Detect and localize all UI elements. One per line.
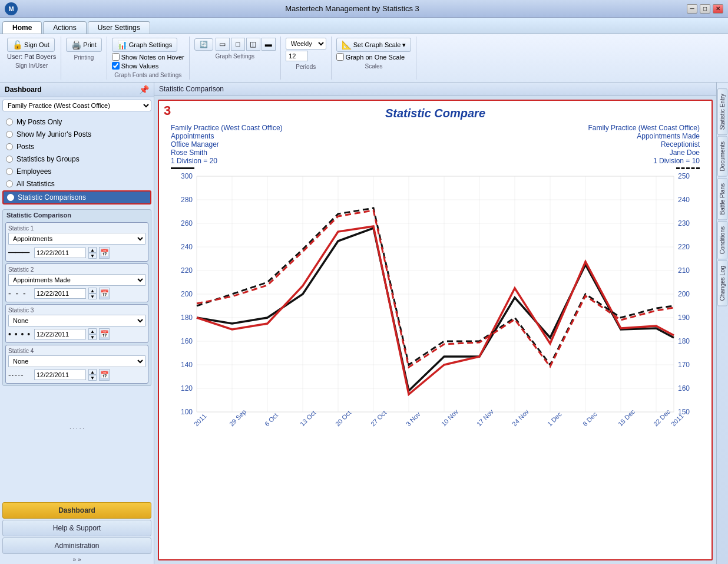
chart-meta-left: Family Practice (West Coast Office) Appo… [171,124,283,165]
toolbar-row-user: User: Pat Boyers [7,53,56,60]
sidebar-expand-right[interactable]: » » [0,555,154,564]
sidebar-item-statistic-comparisons[interactable]: Statistic Comparisons [2,190,151,205]
radio-all-statistics [6,180,13,187]
maximize-button[interactable]: □ [700,4,710,14]
sidebar-item-statistics-groups[interactable]: Statistics by Groups [2,153,151,165]
toolbar: 🔓 Sign Out User: Pat Boyers Sign In/User… [0,34,728,83]
sidebar-item-junior-posts[interactable]: Show My Junior's Posts [2,128,151,140]
sidebar-label-employees: Employees [16,167,51,176]
svg-text:8 Dec: 8 Dec [581,410,598,427]
stat1-spin-down[interactable]: ▼ [88,253,97,259]
sidebar-expand[interactable]: · · · · · [0,424,154,433]
left-stat: Appointments [171,132,283,140]
svg-text:3 Nov: 3 Nov [405,410,422,427]
sidebar-item-posts[interactable]: Posts [2,141,151,153]
user-label: User: Pat Boyers [7,53,56,60]
period-value-input[interactable] [286,51,308,61]
stat1-calendar-button[interactable]: 📅 [99,247,110,259]
tab-conditions[interactable]: Conditions [717,221,727,259]
stat3-date-input[interactable] [34,329,86,339]
stat3-calendar-button[interactable]: 📅 [99,328,110,340]
radio-statistic-comparisons [7,194,14,201]
right-division: 1 Division = 10 [588,157,700,165]
stat2-date-input[interactable] [34,288,86,299]
svg-text:1 Dec: 1 Dec [546,410,563,427]
svg-text:240: 240 [678,196,690,204]
set-graph-scale-button[interactable]: 📐 Set Graph Scale ▾ [336,38,412,52]
tab-statistic-entry[interactable]: Statistic Entry [717,88,727,135]
tab-changes-log[interactable]: Changes Log [717,260,727,306]
svg-text:240: 240 [181,243,193,251]
menu-tab-home[interactable]: Home [2,21,42,34]
stat1-date-input[interactable] [34,248,86,258]
shape-btn-3[interactable]: ◫ [246,38,260,51]
svg-text:160: 160 [181,337,193,345]
office-dropdown[interactable]: Family Practice (West Coast Office) [2,100,151,111]
stat2-select[interactable]: Appointments Appointments Made None [8,274,145,286]
sidebar-item-my-posts-only[interactable]: My Posts Only [2,116,151,128]
menu-tab-user-settings[interactable]: User Settings [88,21,150,34]
stat3-row: • • • • ▲ ▼ 📅 [8,328,145,340]
period-select[interactable]: Weekly Monthly Daily [286,38,326,50]
stat4-select[interactable]: Appointments Appointments Made None [8,355,145,367]
scales-group-label: Scales [336,63,412,70]
stat4-spin-up[interactable]: ▲ [88,369,97,375]
sidebar-label-my-posts-only: My Posts Only [16,118,62,126]
stat2-calendar-button[interactable]: 📅 [99,288,110,299]
svg-text:140: 140 [181,361,193,369]
stat1-spin-up[interactable]: ▲ [88,247,97,253]
svg-text:260: 260 [181,219,193,227]
stat4-calendar-button[interactable]: 📅 [99,369,110,381]
menu-bar: Home Actions User Settings [0,18,728,34]
main-layout: Dashboard 📌 Family Practice (West Coast … [0,83,728,564]
stat4-spin-down[interactable]: ▼ [88,375,97,381]
stat4-date-input[interactable] [34,370,86,380]
sign-out-button[interactable]: 🔓 Sign Out [7,38,55,52]
sidebar-bottom: Dashboard Help & Support Administration [0,501,154,555]
far-right-tabs: Statistic Entry Documents Battle Plans C… [716,83,728,564]
stat3-select[interactable]: Appointments Appointments Made None [8,315,145,326]
stat3-spin-up[interactable]: ▲ [88,328,97,334]
help-support-button[interactable]: Help & Support [2,520,151,536]
refresh-button[interactable]: 🔄 [194,38,213,51]
graph-settings-icon: 📊 [117,40,127,50]
administration-button[interactable]: Administration [2,537,151,554]
sidebar-item-employees[interactable]: Employees [2,166,151,177]
pin-icon[interactable]: 📌 [139,85,149,94]
stat1-select[interactable]: Appointments Appointments Made None [8,233,145,245]
svg-text:200: 200 [678,290,690,298]
svg-text:220: 220 [181,266,193,275]
dashboard-button[interactable]: Dashboard [2,502,151,519]
show-values-checkbox[interactable]: Show Values [112,62,158,70]
right-person: Jane Doe [588,149,700,157]
legend-dashed [676,167,700,169]
tab-battle-plans[interactable]: Battle Plans [717,178,727,220]
svg-text:220: 220 [678,243,690,251]
shape-buttons: ▭ □ ◫ ▬ [216,38,276,51]
stat4-label: Statistic 4 [8,348,145,354]
tab-documents[interactable]: Documents [717,136,727,177]
stat2-spin-up[interactable]: ▲ [88,288,97,293]
minimize-button[interactable]: ─ [687,4,697,14]
radio-employees [6,168,13,175]
graph-settings-button[interactable]: 📊 Graph Settings [112,38,177,52]
stat3-spin-down[interactable]: ▼ [88,334,97,340]
print-button[interactable]: 🖨️ Print [66,38,102,52]
chart-meta-right: Family Practice (West Coast Office) Appo… [588,124,700,165]
graph-one-scale-checkbox[interactable]: Graph on One Scale [336,53,405,61]
stat3-label: Statistic 3 [8,307,145,314]
chart-area: 3 Statistic Compare Family Practice (Wes… [158,100,713,560]
sidebar-item-all-statistics[interactable]: All Statistics [2,178,151,190]
close-button[interactable]: ✕ [713,4,723,14]
chart-number-label: 3 [164,103,171,118]
stat1-spin: ▲ ▼ [88,247,97,259]
shape-btn-4[interactable]: ▬ [262,38,276,51]
shape-btn-1[interactable]: ▭ [216,38,230,51]
svg-text:6 Oct: 6 Oct [263,411,279,427]
sidebar-nav: My Posts Only Show My Junior's Posts Pos… [0,114,154,207]
menu-tab-actions[interactable]: Actions [43,21,86,34]
stat1-row: ─── ▲ ▼ 📅 [8,246,145,259]
show-notes-checkbox[interactable]: Show Notes on Hover [112,53,184,61]
shape-btn-2[interactable]: □ [231,38,245,51]
stat2-spin-down[interactable]: ▼ [88,293,97,299]
